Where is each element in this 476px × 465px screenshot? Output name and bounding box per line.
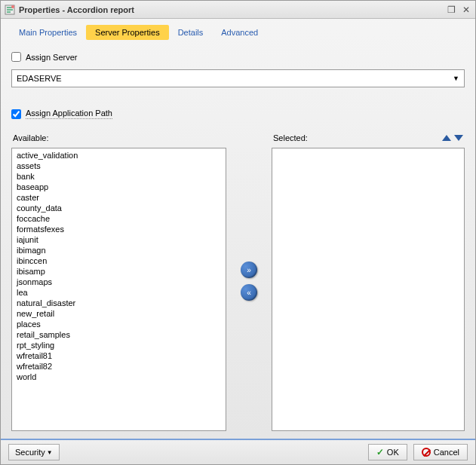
detach-icon[interactable]: ❐ [445,5,457,15]
cancel-button[interactable]: Cancel [413,444,468,460]
move-left-button[interactable]: « [241,284,257,301]
selected-label: Selected: [273,133,308,142]
list-item[interactable]: natural_disaster [17,298,221,308]
list-item[interactable]: new_retail [17,308,221,319]
list-item[interactable]: retail_samples [17,329,221,340]
list-item[interactable]: iajunit [17,234,221,245]
properties-dialog: Properties - Accordion report ❐ ✕ Main P… [0,0,476,465]
check-icon: ✓ [376,447,384,457]
window-title: Properties - Accordion report [19,5,445,14]
cancel-icon [422,448,431,457]
available-label: Available: [13,133,49,142]
move-up-button[interactable] [442,135,451,141]
security-button[interactable]: Security ▼ [8,444,60,460]
server-dropdown-value: EDASERVE [17,74,62,83]
svg-point-1 [11,5,14,8]
list-item[interactable]: jsonmaps [17,277,221,287]
list-item[interactable]: caster [17,192,221,203]
list-item[interactable]: bank [17,171,221,182]
available-listbox[interactable]: active_validationassetsbankbaseappcaster… [11,148,226,431]
app-icon [4,4,16,16]
tab-server-properties[interactable]: Server Properties [86,25,169,40]
server-dropdown[interactable]: EDASERVE ▼ [11,69,465,87]
move-down-button[interactable] [454,135,463,141]
list-item[interactable]: places [17,319,221,329]
move-right-button[interactable]: » [241,262,257,278]
cancel-label: Cancel [434,448,459,457]
ok-button[interactable]: ✓ OK [368,444,407,460]
list-item[interactable]: wfretail81 [17,350,221,361]
list-item[interactable]: county_data [17,203,221,213]
list-item[interactable]: assets [17,161,221,171]
title-bar: Properties - Accordion report ❐ ✕ [1,1,475,19]
tab-main-properties[interactable]: Main Properties [10,25,86,40]
list-item[interactable]: formatsfexes [17,224,221,234]
security-label: Security [15,448,45,457]
selected-listbox[interactable] [272,148,465,431]
assign-app-path-checkbox[interactable] [11,109,21,119]
chevron-down-icon: ▼ [453,75,459,82]
list-item[interactable]: baseapp [17,182,221,192]
list-item[interactable]: foccache [17,213,221,224]
tab-advanced[interactable]: Advanced [212,25,267,40]
list-item[interactable]: rpt_styling [17,340,221,350]
list-item[interactable]: world [17,372,221,382]
close-icon[interactable]: ✕ [460,5,472,15]
list-item[interactable]: ibimagn [17,245,221,255]
ok-label: OK [387,448,399,457]
list-item[interactable]: ibinccen [17,255,221,266]
chevron-down-icon: ▼ [47,449,53,456]
assign-server-label: Assign Server [26,53,77,62]
list-item[interactable]: active_validation [17,150,221,161]
list-item[interactable]: ibisamp [17,266,221,277]
footer-bar: Security ▼ ✓ OK Cancel [1,439,475,464]
list-item[interactable]: lea [17,287,221,298]
tab-details[interactable]: Details [169,25,213,40]
list-item[interactable]: wfretail82 [17,361,221,372]
tab-bar: Main PropertiesServer PropertiesDetailsA… [1,19,475,40]
content-area: Assign Server EDASERVE ▼ Assign Applicat… [1,40,475,439]
assign-server-checkbox[interactable] [11,52,21,62]
assign-app-path-label: Assign Application Path [26,109,112,119]
